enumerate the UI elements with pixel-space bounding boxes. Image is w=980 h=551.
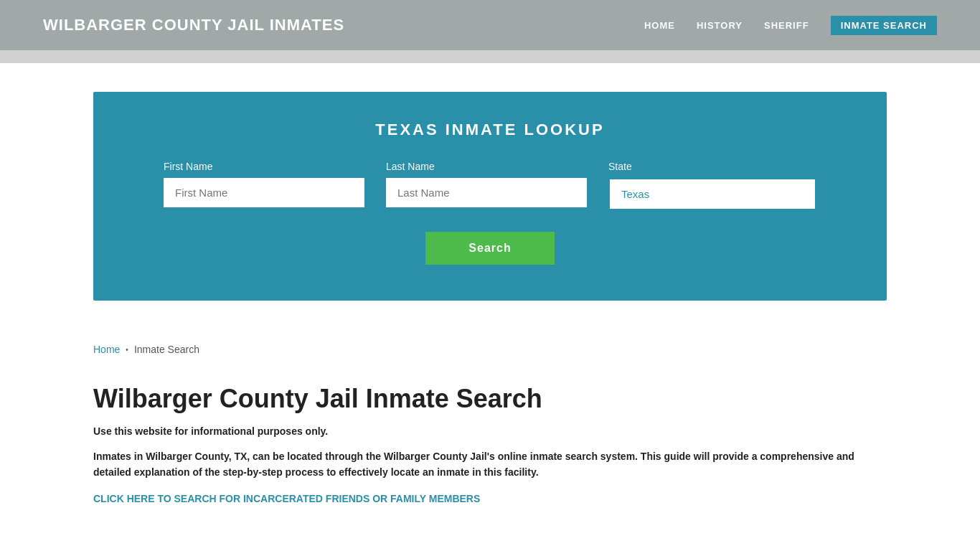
search-button[interactable]: Search (425, 232, 554, 265)
main-content: Wilbarger County Jail Inmate Search Use … (0, 369, 980, 534)
site-title: WILBARGER COUNTY JAIL INMATES (43, 16, 344, 34)
breadcrumb-separator: • (126, 346, 128, 354)
search-panel: TEXAS INMATE LOOKUP First Name Last Name… (93, 92, 887, 301)
last-name-group: Last Name (386, 161, 587, 210)
state-group: State (608, 161, 816, 210)
nav-sheriff[interactable]: SHERIFF (764, 20, 809, 31)
search-btn-container: Search (136, 232, 844, 265)
last-name-label: Last Name (386, 161, 587, 172)
breadcrumb: Home • Inmate Search (0, 329, 980, 369)
info-bold: Use this website for informational purpo… (93, 425, 887, 437)
nav-inmate-search[interactable]: INMATE SEARCH (831, 16, 937, 35)
sub-header-bar (0, 50, 980, 63)
search-panel-title: TEXAS INMATE LOOKUP (136, 121, 844, 139)
page-title: Wilbarger County Jail Inmate Search (93, 384, 887, 414)
state-input[interactable] (608, 178, 816, 210)
breadcrumb-home[interactable]: Home (93, 344, 120, 355)
info-text: Inmates in Wilbarger County, TX, can be … (93, 448, 887, 481)
first-name-label: First Name (164, 161, 364, 172)
nav-history[interactable]: HISTORY (697, 20, 743, 31)
last-name-input[interactable] (386, 178, 587, 207)
breadcrumb-current: Inmate Search (134, 344, 199, 355)
main-nav: HOME HISTORY SHERIFF INMATE SEARCH (644, 16, 937, 35)
click-here-link[interactable]: CLICK HERE to Search for Incarcerated Fr… (93, 493, 480, 504)
search-fields: First Name Last Name State (136, 161, 844, 210)
state-label: State (608, 161, 816, 172)
first-name-input[interactable] (164, 178, 364, 207)
nav-home[interactable]: HOME (644, 20, 675, 31)
first-name-group: First Name (164, 161, 364, 210)
site-header: WILBARGER COUNTY JAIL INMATES HOME HISTO… (0, 0, 980, 50)
